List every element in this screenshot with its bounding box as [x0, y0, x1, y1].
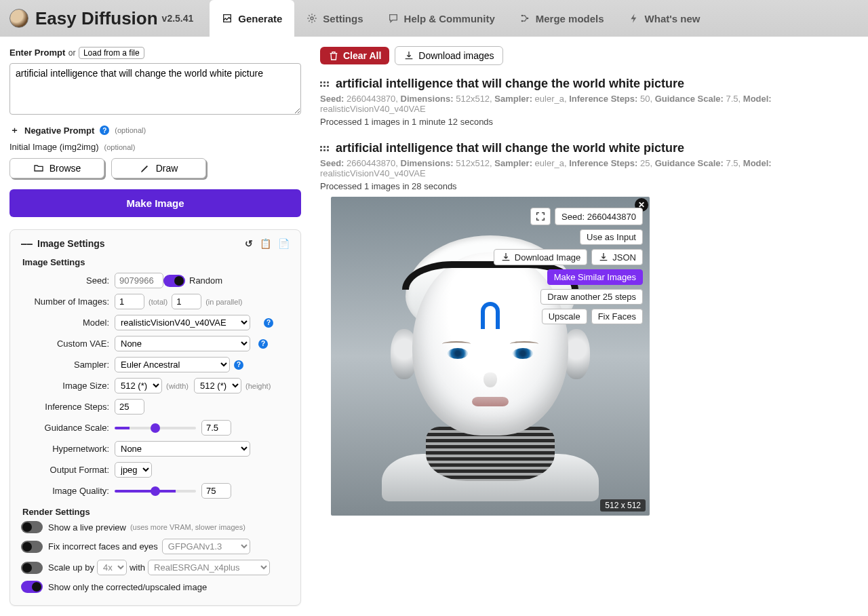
live-preview-label: Show a live preview	[48, 522, 126, 533]
hint-height: (height)	[245, 382, 271, 390]
draw-button[interactable]: Draw	[111, 158, 206, 178]
make-image-button[interactable]: Make Image	[9, 189, 301, 217]
clear-all-button[interactable]: Clear All	[320, 47, 389, 64]
result-processed: Processed 1 images in 1 minute 12 second…	[320, 117, 859, 127]
upscaler-select[interactable]: RealESRGAN_x4plus	[148, 560, 270, 575]
gs-slider[interactable]	[115, 427, 196, 429]
hint-width: (width)	[166, 382, 189, 390]
sampler-select[interactable]: Euler Ancestral	[115, 357, 230, 372]
help-icon[interactable]: ?	[264, 318, 273, 328]
random-toggle[interactable]	[163, 275, 185, 287]
tab-help[interactable]: Help & Community	[376, 0, 507, 37]
hyper-label: Hypernetwork:	[21, 444, 109, 454]
upscale-button[interactable]: Upscale	[542, 309, 587, 324]
render-header: Render Settings	[22, 507, 290, 517]
collapse-icon[interactable]: ––	[21, 238, 31, 249]
json-button[interactable]: JSON	[591, 249, 643, 265]
quality-input[interactable]	[201, 483, 231, 499]
height-select[interactable]: 512 (*)	[194, 378, 241, 393]
seed-badge[interactable]: Seed: 2660443870	[555, 208, 643, 225]
load-from-file-button[interactable]: Load from a file	[79, 47, 144, 59]
download-images-button[interactable]: Download images	[395, 46, 502, 65]
fullscreen-icon	[535, 211, 546, 222]
fullscreen-button[interactable]	[530, 208, 551, 225]
quality-slider[interactable]	[115, 490, 196, 493]
vae-select[interactable]: None	[115, 336, 250, 351]
num-parallel-input[interactable]	[172, 294, 201, 309]
live-preview-toggle[interactable]	[21, 521, 43, 533]
tab-generate[interactable]: Generate	[210, 0, 294, 37]
tab-settings-label: Settings	[323, 13, 363, 24]
merge-icon	[519, 13, 530, 24]
tab-merge[interactable]: Merge models	[507, 0, 616, 37]
showcorrected-toggle[interactable]	[21, 581, 43, 593]
num-total-input[interactable]	[115, 294, 144, 309]
with-label: with	[130, 562, 145, 573]
fixfaces-model-select[interactable]: GFPGANv1.3	[162, 539, 250, 554]
svg-point-0	[311, 17, 313, 20]
download-icon	[500, 252, 511, 263]
scaleby-select[interactable]: 4x	[97, 560, 127, 575]
result-item: artificial intelligence that will change…	[320, 136, 859, 525]
download-icon	[403, 50, 414, 61]
draw-another-button[interactable]: Draw another 25 steps	[540, 289, 643, 305]
svg-point-2	[521, 20, 523, 22]
tab-whatsnew-label: What's new	[645, 13, 701, 24]
app-header: Easy Diffusion v2.5.41 Generate Settings…	[0, 0, 868, 37]
panel-title: Image Settings	[37, 238, 105, 249]
width-select[interactable]: 512 (*)	[115, 378, 162, 393]
steps-input[interactable]	[115, 399, 144, 415]
drag-handle-icon[interactable]	[320, 81, 329, 87]
help-icon[interactable]: ?	[234, 360, 243, 370]
tab-whatsnew[interactable]: What's new	[616, 0, 713, 37]
expand-negative-icon[interactable]: ＋	[9, 124, 19, 136]
trash-icon	[328, 50, 339, 61]
generated-image[interactable]: ✕ Seed: 2660443870 Use as Input Download…	[331, 197, 650, 516]
make-similar-button[interactable]: Make Similar Images	[547, 269, 643, 285]
seed-label: Seed:	[21, 275, 109, 286]
browse-button[interactable]: Browse	[9, 158, 104, 178]
app-title: Easy Diffusion	[35, 8, 158, 29]
tab-settings[interactable]: Settings	[294, 0, 375, 37]
draw-label: Draw	[156, 163, 178, 174]
reset-icon[interactable]: ↺	[245, 238, 253, 249]
bolt-icon	[629, 13, 639, 24]
svg-point-1	[521, 15, 523, 17]
drag-handle-icon[interactable]	[320, 146, 329, 151]
random-label: Random	[189, 275, 222, 286]
chat-icon	[388, 13, 399, 24]
app-logo	[9, 9, 28, 28]
fmt-select[interactable]: jpeg	[115, 462, 152, 478]
download-image-button[interactable]: Download Image	[494, 249, 588, 265]
result-title: artificial intelligence that will change…	[336, 141, 684, 155]
scaleup-toggle[interactable]	[21, 562, 43, 574]
gs-input[interactable]	[201, 420, 231, 436]
image-hover-menu: Seed: 2660443870 Use as Input Download I…	[494, 208, 643, 324]
hyper-select[interactable]: None	[115, 441, 250, 457]
copy-icon[interactable]: 📄	[278, 238, 290, 249]
result-title: artificial intelligence that will change…	[336, 77, 684, 91]
prompt-textarea[interactable]: artificial intelligence that will change…	[9, 63, 301, 115]
result-meta: Seed: 2660443870, Dimensions: 512x512, S…	[320, 158, 859, 178]
image-icon	[222, 13, 233, 24]
use-as-input-button[interactable]: Use as Input	[580, 229, 643, 245]
fix-faces-button[interactable]: Fix Faces	[591, 309, 643, 324]
help-icon[interactable]: ?	[258, 339, 268, 349]
seed-input[interactable]	[115, 273, 163, 288]
image-settings-panel: –– Image Settings ↺ 📋 📄 Image Settings S…	[9, 229, 301, 606]
model-select[interactable]: realisticVisionV40_v40VAE	[115, 315, 250, 330]
paste-icon[interactable]: 📋	[260, 238, 271, 249]
fixfaces-toggle[interactable]	[21, 541, 43, 553]
tab-merge-label: Merge models	[536, 13, 604, 24]
fixfaces-label: Fix incorrect faces and eyes	[48, 541, 158, 552]
result-item: artificial intelligence that will change…	[320, 72, 859, 136]
live-preview-hint: (uses more VRAM, slower images)	[130, 523, 245, 531]
steps-label: Inference Steps:	[21, 402, 109, 412]
fmt-label: Output Format:	[21, 465, 109, 475]
pencil-icon	[140, 163, 151, 174]
gear-icon	[307, 13, 317, 24]
help-icon[interactable]: ?	[100, 126, 109, 135]
scaleup-label: Scale up by	[48, 562, 94, 573]
result-meta: Seed: 2660443870, Dimensions: 512x512, S…	[320, 94, 859, 114]
negative-prompt-label: Negative Prompt	[24, 126, 94, 136]
